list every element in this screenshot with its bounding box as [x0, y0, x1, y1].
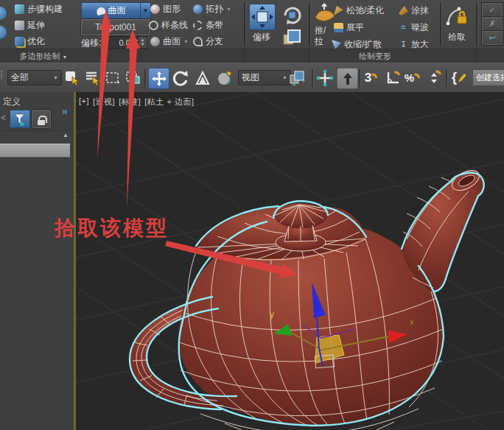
- scale-icon: [194, 69, 211, 87]
- extend-button[interactable]: 延伸: [15, 19, 45, 32]
- panel-separator-2: [309, 3, 310, 46]
- offset-value-field[interactable]: 0.000: [103, 36, 142, 49]
- magnet-hook-icon: [370, 72, 379, 84]
- offset-spinner[interactable]: ▲▼: [138, 36, 147, 49]
- surface-mode-button[interactable]: 曲面: [81, 2, 141, 19]
- surface-tool-button[interactable]: 曲面 ▼: [150, 35, 189, 48]
- window-crossing-icon: [125, 70, 141, 86]
- flatten-button[interactable]: 展平: [334, 21, 364, 34]
- manipulate-icon: [316, 69, 334, 87]
- topology-button[interactable]: 拓扑 ▼: [193, 3, 231, 15]
- keyboard-override-toggle[interactable]: [337, 68, 358, 89]
- surface-tool-icon: [150, 37, 160, 46]
- rotate-tool-button[interactable]: [170, 68, 190, 88]
- cancel-button[interactable]: ✗: [482, 17, 503, 31]
- reference-coordinate-dropdown[interactable]: 视图▼: [238, 70, 291, 85]
- panel-separator-4: [476, 3, 477, 46]
- window-crossing-button[interactable]: [123, 68, 143, 88]
- back-chevron[interactable]: <: [1, 113, 6, 123]
- select-by-name-icon: [84, 70, 100, 86]
- offset-label: 偏移:: [81, 37, 101, 49]
- revert-button[interactable]: ↩: [482, 31, 503, 45]
- viewport-scene: y x: [74, 92, 504, 430]
- snap-toggle-3d-button[interactable]: 3: [362, 68, 382, 88]
- select-and-place-button[interactable]: [214, 68, 234, 88]
- viewport-menu-shading[interactable]: [粘土 + 边面]: [144, 96, 194, 107]
- strips-button[interactable]: 条带: [193, 19, 223, 32]
- up-arrow-icon: [340, 71, 356, 87]
- relax-soften-button[interactable]: 松弛/柔化: [334, 4, 384, 17]
- viewport-menu-pov[interactable]: [透视]: [93, 96, 115, 107]
- panel-title: 定义: [3, 96, 21, 108]
- spinner-snap-button[interactable]: [424, 68, 444, 88]
- rectangular-selection-region-button[interactable]: [102, 68, 122, 88]
- strips-icon: [193, 21, 203, 30]
- optimize-button[interactable]: 优化: [15, 35, 45, 48]
- display-filter-button[interactable]: [10, 110, 30, 128]
- percent-hook-icon: [413, 72, 421, 83]
- smudge-icon: [399, 6, 408, 15]
- percent-snap-button[interactable]: %: [403, 68, 423, 88]
- pen-icon: [457, 72, 466, 84]
- use-pivot-center-button[interactable]: [287, 68, 307, 88]
- named-selection-set-field[interactable]: 创建选择: [472, 69, 504, 86]
- select-by-name-button[interactable]: [82, 68, 102, 88]
- branches-icon: [193, 37, 203, 46]
- cutoff-sphere-icon-2[interactable]: [0, 26, 7, 39]
- gizmo-x-label: x: [410, 317, 414, 326]
- paint-deform-panel-label[interactable]: 绘制变形: [309, 51, 441, 62]
- shapes-button[interactable]: 图形: [150, 3, 181, 15]
- selection-filter-dropdown[interactable]: 全部▼: [7, 70, 62, 85]
- step-build-icon: [15, 4, 24, 14]
- 3dsmax-window: 步骤构建 延伸 优化 曲面 ▼ Teapot001 偏移: 0.000 ▲▼ 图: [0, 0, 504, 430]
- pick-spline-lock-icon: [445, 4, 469, 29]
- shapes-icon: [150, 4, 160, 14]
- select-place-icon: [216, 69, 234, 87]
- rotate-ring-icon: [281, 4, 303, 26]
- lock-button[interactable]: [32, 110, 51, 128]
- smudge-button[interactable]: 涂抹: [399, 4, 429, 17]
- scale-tool-button[interactable]: [192, 68, 212, 88]
- angle-snap-icon: [384, 69, 402, 87]
- lock-icon: [36, 113, 46, 125]
- surface-tool-flyout[interactable]: ▼: [183, 39, 189, 44]
- cutoff-sphere-icon[interactable]: [0, 7, 7, 20]
- step-build-button[interactable]: 步骤构建: [15, 3, 63, 15]
- branches-button[interactable]: 分支: [193, 35, 223, 48]
- select-cursor-icon: [64, 70, 80, 86]
- pick-button[interactable]: [445, 4, 469, 29]
- cutoff-toolbar-icon: ⁞: [0, 69, 3, 81]
- picked-object-button[interactable]: Teapot001: [81, 19, 150, 35]
- move-icon: [150, 70, 168, 88]
- select-and-manipulate-button[interactable]: [315, 68, 335, 88]
- expand-chevron[interactable]: »: [62, 105, 68, 117]
- topology-flyout[interactable]: ▼: [226, 7, 231, 12]
- panel-separator-3: [440, 3, 441, 46]
- rotate-transform-button[interactable]: [281, 4, 303, 26]
- panel-scrollbar-thumb[interactable]: [0, 144, 70, 158]
- filter-funnel-icon: [13, 113, 27, 126]
- edit-named-selection-sets-button[interactable]: {: [449, 68, 469, 88]
- viewport-menu-standard[interactable]: [标准]: [119, 96, 141, 107]
- select-object-button[interactable]: [62, 68, 82, 88]
- commit-button[interactable]: ✓: [482, 3, 503, 17]
- push-pull-label-2: 拉: [315, 35, 323, 48]
- extend-icon: [15, 21, 24, 30]
- offset-transform-label: 偏移: [245, 31, 279, 43]
- move-tool-button[interactable]: [148, 68, 169, 89]
- offset-4way-icon: [250, 4, 275, 29]
- surface-dropdown-arrow[interactable]: ▼: [140, 2, 151, 19]
- perspective-viewport[interactable]: y x: [74, 92, 504, 430]
- flatten-icon: [334, 23, 343, 32]
- viewport-label: [+] [透视] [标准] [粘土 + 边面]: [79, 96, 194, 107]
- main-toolbar: ⁞ 全部▼: [0, 63, 504, 94]
- noise-button[interactable]: ≈ 噪波: [399, 21, 429, 34]
- collapse-arrow[interactable]: ▲: [63, 132, 69, 138]
- splines-button[interactable]: 样条线: [149, 19, 188, 32]
- polydraw-panel-label[interactable]: 多边形绘制 ▼: [0, 51, 87, 62]
- rect-region-icon: [105, 70, 121, 86]
- scale-transform-button[interactable]: [281, 27, 303, 48]
- offset-transform-button[interactable]: [249, 4, 276, 30]
- viewport-menu-general[interactable]: [+]: [79, 96, 89, 107]
- angle-snap-button[interactable]: [382, 68, 402, 88]
